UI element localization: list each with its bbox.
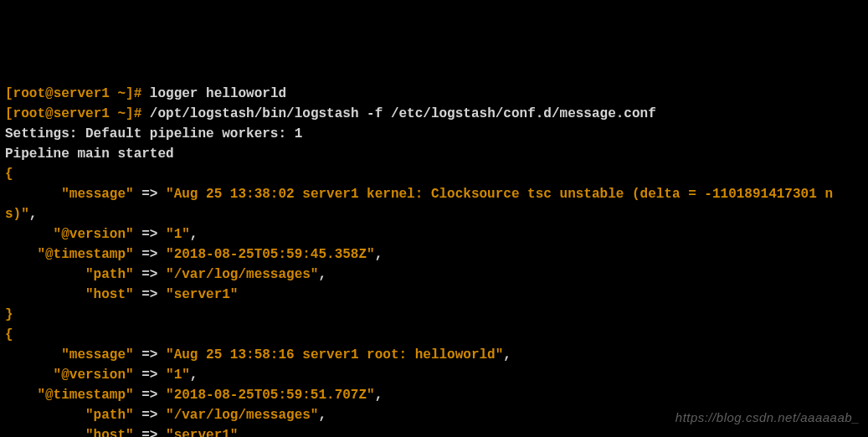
arrow: => xyxy=(134,227,166,242)
event-key-message: "message" xyxy=(61,347,133,362)
prompt-host: server1 xyxy=(54,86,110,101)
event-val-path: "/var/log/messages" xyxy=(166,408,318,423)
prompt-path: ~ xyxy=(110,86,126,101)
arrow: => xyxy=(134,388,166,403)
prompt-user: root xyxy=(13,106,45,121)
command-logger: logger helloworld xyxy=(150,86,286,101)
event-key-host: "host" xyxy=(85,287,134,302)
settings-output: Settings: Default pipeline workers: 1 xyxy=(5,126,302,141)
arrow: => xyxy=(134,187,166,202)
event-key-path: "path" xyxy=(85,408,134,423)
brace-open: { xyxy=(5,167,13,182)
comma: , xyxy=(503,347,511,362)
prompt-open: [ xyxy=(5,86,13,101)
prompt-symbol: # xyxy=(134,106,150,121)
comma: , xyxy=(29,207,38,222)
arrow: => xyxy=(134,428,166,437)
brace-close: } xyxy=(5,307,13,322)
prompt-open: [ xyxy=(5,106,13,121)
event-val-timestamp: "2018-08-25T05:59:45.358Z" xyxy=(166,247,375,262)
arrow: => xyxy=(134,247,166,262)
event-val-path: "/var/log/messages" xyxy=(166,267,318,282)
arrow: => xyxy=(134,267,166,282)
prompt-at: @ xyxy=(45,106,54,121)
event-val-host: "server1" xyxy=(166,428,238,437)
event-val-version: "1" xyxy=(166,368,190,383)
event-val-message: "Aug 25 13:58:16 server1 root: helloworl… xyxy=(166,347,503,362)
command-logstash: /opt/logstash/bin/logstash -f /etc/logst… xyxy=(150,106,656,121)
pipeline-output: Pipeline main started xyxy=(5,147,174,162)
event-key-timestamp: "@timestamp" xyxy=(37,388,133,403)
prompt-user: root xyxy=(13,86,45,101)
prompt-host: server1 xyxy=(54,106,110,121)
arrow: => xyxy=(134,408,166,423)
event-key-timestamp: "@timestamp" xyxy=(37,247,133,262)
prompt-symbol: # xyxy=(134,86,150,101)
comma: , xyxy=(190,227,198,242)
arrow: => xyxy=(134,287,166,302)
event-val-version: "1" xyxy=(166,227,190,242)
watermark-text: https://blog.csdn.net/aaaaaab_ xyxy=(675,409,860,428)
comma: , xyxy=(375,247,383,262)
comma: , xyxy=(190,368,198,383)
prompt-close: ] xyxy=(126,106,134,121)
arrow: => xyxy=(134,347,166,362)
event-val-timestamp: "2018-08-25T05:59:51.707Z" xyxy=(166,388,375,403)
event-key-host: "host" xyxy=(85,428,134,437)
arrow: => xyxy=(134,368,166,383)
prompt-path: ~ xyxy=(110,106,126,121)
event-key-path: "path" xyxy=(85,267,134,282)
event-key-message: "message" xyxy=(61,187,133,202)
prompt-at: @ xyxy=(45,86,54,101)
event-val-host: "server1" xyxy=(166,287,238,302)
event-key-version: "@version" xyxy=(54,227,134,242)
prompt-close: ] xyxy=(126,86,134,101)
comma: , xyxy=(318,267,326,282)
comma: , xyxy=(375,388,383,403)
brace-open: { xyxy=(5,327,13,342)
terminal-output: [root@server1 ~]# logger helloworld [roo… xyxy=(5,84,863,437)
event-key-version: "@version" xyxy=(54,368,134,383)
comma: , xyxy=(318,408,326,423)
